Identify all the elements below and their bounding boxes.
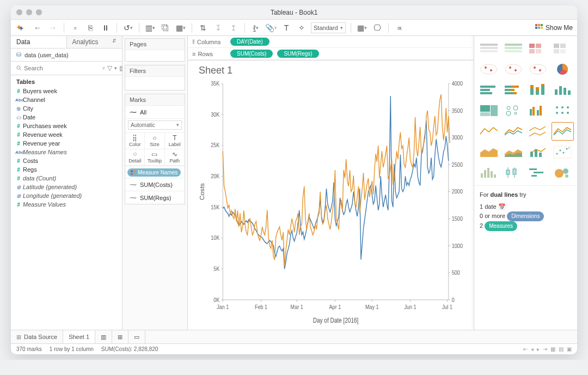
new-dashboard-button[interactable]: ⊞ bbox=[112, 330, 128, 343]
showme-vbar[interactable] bbox=[552, 81, 574, 99]
save-button[interactable]: ▫ bbox=[69, 22, 81, 34]
undo-button[interactable]: ↺▾ bbox=[122, 22, 134, 34]
showme-box[interactable] bbox=[502, 164, 524, 182]
marks-label[interactable]: TLabel bbox=[165, 133, 185, 149]
showme-heat[interactable] bbox=[552, 39, 574, 58]
marks-size[interactable]: ○Size bbox=[145, 133, 164, 149]
back-button[interactable]: ← bbox=[32, 22, 44, 34]
group-button[interactable]: 📎▾ bbox=[265, 22, 277, 34]
pause-button[interactable]: ⏸ bbox=[100, 22, 112, 34]
grid-icon[interactable]: ▦ bbox=[550, 346, 555, 352]
showme-map[interactable] bbox=[527, 60, 549, 78]
duplicate-button[interactable]: ⿻ bbox=[160, 22, 171, 34]
mark-series-regs[interactable]: SUM(Regs) bbox=[125, 191, 185, 204]
last-icon[interactable]: ⇥ bbox=[543, 346, 547, 352]
field-date[interactable]: ▭Date bbox=[11, 113, 122, 122]
tab-analytics[interactable]: Analytics⇵ bbox=[67, 36, 122, 48]
showme-line[interactable] bbox=[477, 122, 500, 141]
field-channel[interactable]: AbcChannel bbox=[11, 95, 122, 104]
showme-tree[interactable] bbox=[477, 101, 500, 120]
showme-table[interactable] bbox=[502, 39, 524, 58]
showme-combo[interactable] bbox=[527, 143, 549, 161]
search-input[interactable] bbox=[15, 64, 100, 72]
presentation-button[interactable]: 🖵 bbox=[371, 22, 383, 34]
field-regs[interactable]: Regs bbox=[11, 165, 122, 174]
datasource-tab[interactable]: ⊞Data Source bbox=[11, 330, 63, 343]
datasource-row[interactable]: ⛁ data (user_data) bbox=[11, 49, 122, 62]
marks-path[interactable]: ∿Path bbox=[165, 149, 185, 166]
marks-color[interactable]: ⣿Color bbox=[125, 133, 145, 149]
marks-card[interactable]: Marks All Automatic▾ ⣿Color○SizeTLabel⁘D… bbox=[125, 94, 185, 204]
field-buyers-week[interactable]: Buyers week bbox=[11, 87, 122, 95]
new-story-button[interactable]: ▭ bbox=[128, 330, 145, 343]
field-measure-names[interactable]: AbcMeasure Names bbox=[11, 148, 122, 156]
showme-map[interactable] bbox=[477, 60, 500, 78]
highlight-button[interactable]: ℓ▾ bbox=[250, 22, 262, 34]
show-cards-button[interactable]: ▦▾ bbox=[356, 22, 368, 34]
showme-gantt[interactable] bbox=[527, 164, 549, 182]
tile-icon[interactable]: ▣ bbox=[567, 346, 572, 352]
next-icon[interactable]: ▸ bbox=[537, 346, 540, 352]
columns-shelf[interactable]: ⦀Columns DAY(Date) bbox=[188, 36, 474, 48]
search-dropdown-icon[interactable]: ▿ bbox=[102, 65, 105, 71]
field-latitude-generated-[interactable]: ⊕Latitude (generated) bbox=[11, 183, 122, 191]
fit-dropdown[interactable]: Standard▾ bbox=[311, 22, 346, 33]
sort-asc-button[interactable]: ↧ bbox=[212, 22, 224, 34]
showme-pie[interactable] bbox=[552, 60, 574, 78]
field-longitude-generated-[interactable]: ⊕Longitude (generated) bbox=[11, 191, 122, 200]
mark-series-costs[interactable]: SUM(Costs) bbox=[125, 178, 185, 191]
marks-tooltip[interactable]: ▭Tooltip bbox=[145, 149, 164, 166]
forward-button[interactable]: → bbox=[47, 22, 59, 34]
filter-icon[interactable]: ▽ bbox=[107, 64, 112, 72]
showme-sbar[interactable] bbox=[527, 81, 549, 99]
showme-heat[interactable] bbox=[527, 39, 549, 58]
showme-scatter[interactable]: + bbox=[552, 143, 574, 161]
pill-sum-regs[interactable]: SUM(Regs) bbox=[277, 50, 318, 58]
label-button[interactable]: T bbox=[280, 22, 292, 34]
pages-card[interactable]: Pages bbox=[125, 38, 185, 62]
filters-card[interactable]: Filters bbox=[125, 65, 185, 90]
list-icon[interactable]: ▤ bbox=[559, 346, 564, 352]
share-button[interactable]: ∝ bbox=[394, 22, 406, 34]
marks-detail[interactable]: ⁘Detail bbox=[125, 149, 145, 166]
field-city[interactable]: ⊕City bbox=[11, 104, 122, 113]
measure-names-pill[interactable]: Measure Names bbox=[127, 168, 181, 177]
showme-circle[interactable] bbox=[502, 101, 524, 120]
swap-button[interactable]: ⇅ bbox=[197, 22, 209, 34]
showme-dual[interactable] bbox=[527, 122, 549, 141]
showme-button[interactable]: Show Me bbox=[535, 24, 573, 32]
field-data-count-[interactable]: data (Count) bbox=[11, 174, 122, 183]
pill-day-date[interactable]: DAY(Date) bbox=[230, 38, 270, 46]
field-revenue-year[interactable]: Revenue year bbox=[11, 139, 122, 148]
showme-hist[interactable] bbox=[477, 164, 500, 182]
showme-hbar[interactable] bbox=[477, 81, 500, 99]
showme-hbar2[interactable] bbox=[502, 81, 524, 99]
showme-view[interactable] bbox=[552, 101, 574, 120]
showme-line2[interactable] bbox=[502, 122, 524, 141]
field-purchases-week[interactable]: Purchases week bbox=[11, 122, 122, 130]
new-datasource-button[interactable]: ⎘ bbox=[84, 22, 96, 34]
field-revenue-week[interactable]: Revenue week bbox=[11, 130, 122, 139]
showme-map[interactable] bbox=[502, 60, 524, 78]
showme-area2[interactable] bbox=[502, 143, 524, 161]
clear-button[interactable]: ▦▾ bbox=[175, 22, 187, 34]
sort-desc-button[interactable]: ↥ bbox=[228, 22, 240, 34]
showme-sbs[interactable] bbox=[527, 101, 549, 120]
rows-shelf[interactable]: ≡Rows SUM(Costs) SUM(Regs) bbox=[188, 48, 474, 60]
field-measure-values[interactable]: Measure Values bbox=[11, 200, 122, 209]
tab-data[interactable]: Data bbox=[11, 36, 67, 48]
sheet-title[interactable]: Sheet 1 bbox=[197, 64, 470, 80]
marks-all[interactable]: All bbox=[125, 106, 185, 119]
showme-area[interactable] bbox=[477, 143, 500, 161]
marks-type-dropdown[interactable]: Automatic▾ bbox=[128, 120, 182, 130]
pill-sum-costs[interactable]: SUM(Costs) bbox=[230, 50, 273, 58]
showme-table[interactable] bbox=[477, 39, 500, 58]
new-sheet-button[interactable]: ▥ bbox=[95, 330, 112, 343]
first-icon[interactable]: ⇤ bbox=[523, 346, 528, 352]
prev-icon[interactable]: ◂ bbox=[531, 346, 534, 352]
pin-button[interactable]: ✧ bbox=[296, 22, 308, 34]
showme-bubble[interactable] bbox=[552, 164, 574, 182]
field-costs[interactable]: Costs bbox=[11, 156, 122, 165]
showme-dualline[interactable] bbox=[552, 122, 574, 141]
sheet-tab[interactable]: Sheet 1 bbox=[63, 330, 95, 343]
